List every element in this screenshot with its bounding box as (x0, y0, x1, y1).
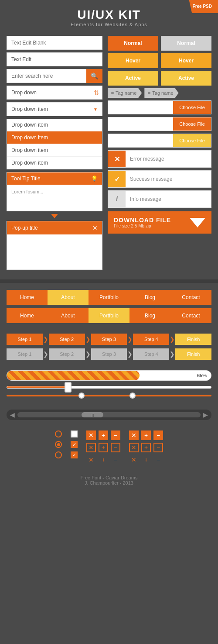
list-item[interactable]: Drop down item (7, 119, 102, 131)
progress-bar: 65% (7, 370, 211, 381)
icon-plus-plain-1[interactable]: + (99, 455, 108, 465)
step2-3-box[interactable]: Step 3 (91, 348, 127, 360)
popup-close-button[interactable]: ✕ (92, 224, 98, 231)
search-button[interactable]: 🔍 (86, 69, 102, 83)
radio-item-3[interactable] (55, 451, 62, 458)
icon-x-fill-1[interactable]: ✕ (86, 430, 96, 440)
radio-circle-2[interactable] (55, 441, 62, 448)
list-item[interactable]: Drop down item (7, 157, 102, 169)
choose-file-button-2[interactable]: Choose File (173, 117, 211, 131)
button-row-normal: Normal Normal (108, 36, 211, 51)
radio-group (55, 430, 62, 458)
file-input-2: Choose File (108, 117, 211, 131)
nav-item-contact-1[interactable]: Contact (170, 290, 211, 305)
file-area-2 (108, 117, 173, 131)
list-item[interactable]: Drop down item (7, 131, 102, 144)
icon-x-border-2[interactable]: ✕ (129, 443, 139, 452)
checkbox-box-3[interactable] (71, 451, 78, 458)
info-icon: i (108, 191, 126, 207)
scroll-handle-lines: ||| (90, 413, 94, 417)
scroll-right-arrow-icon[interactable]: ▶ (203, 411, 208, 418)
icon-plus-border-2[interactable]: + (141, 443, 151, 452)
error-message-text: Error message (126, 156, 169, 162)
step2-2-box[interactable]: Step 2 (49, 348, 85, 360)
download-info: DOWNLOAD FILE File size 2.5 Mb.zip (114, 217, 171, 228)
nav-item-blog-1[interactable]: Blog (129, 290, 170, 305)
step2-4-box[interactable]: Step 4 (133, 348, 169, 360)
active-button-2[interactable]: Active (161, 71, 211, 86)
choose-file-button-1[interactable]: Choose File (173, 101, 211, 114)
icon-plus-plain-2[interactable]: + (141, 455, 151, 465)
scroll-handle[interactable]: ||| (82, 412, 103, 417)
step-finish-box[interactable]: Finish (175, 334, 211, 345)
radio-item-1[interactable] (55, 430, 62, 437)
checkbox-item-3[interactable] (71, 451, 78, 458)
radio-circle-1[interactable] (55, 430, 62, 437)
nav-item-portfolio-2[interactable]: Portfolio (89, 308, 129, 323)
nav-item-about-2[interactable]: About (48, 308, 89, 323)
nav-item-contact-2[interactable]: Contact (170, 308, 211, 323)
list-item[interactable]: Drop down item (7, 144, 102, 157)
nav-item-about-1[interactable]: About (48, 290, 89, 305)
download-box[interactable]: DOWNLOAD FILE File size 2.5 Mb.zip (108, 211, 211, 234)
icon-minus-border-1[interactable]: − (111, 443, 120, 452)
radio-item-2[interactable] (55, 441, 62, 448)
nav-item-blog-2[interactable]: Blog (129, 308, 170, 323)
radio-circle-3[interactable] (55, 451, 62, 458)
download-arrow-icon (190, 218, 205, 227)
icon-plus-border-1[interactable]: + (99, 443, 108, 452)
free-psd-badge: Free PSD (189, 0, 218, 13)
icon-x-fill-2[interactable]: ✕ (129, 430, 139, 440)
dropdown-arrow-icon: ▼ (93, 107, 98, 112)
popup-title-text: Pop-up title (11, 225, 38, 231)
page-title: UI/UX KIT (0, 8, 218, 22)
checkbox-item-1[interactable] (71, 430, 78, 437)
active-button-1[interactable]: Active (108, 71, 158, 86)
step-4-box[interactable]: Step 4 (133, 334, 169, 345)
step-1-box[interactable]: Step 1 (7, 334, 43, 345)
slider-thumb-1[interactable] (65, 382, 72, 393)
button-row-hover: Hover Hover (108, 53, 211, 68)
step2-1-box[interactable]: Step 1 (7, 348, 43, 360)
icon-minus-fill-1[interactable]: − (111, 430, 120, 440)
nav-item-home-2[interactable]: Home (7, 308, 48, 323)
icon-minus-plain-2[interactable]: − (153, 455, 163, 465)
scroll-left-arrow-icon[interactable]: ◀ (10, 411, 15, 418)
search-input[interactable] (7, 69, 86, 83)
icon-plus-fill-2[interactable]: + (141, 430, 151, 440)
nav-item-portfolio-1[interactable]: Portfolio (89, 290, 129, 305)
normal-button-1[interactable]: Normal (108, 36, 158, 51)
hover-button-2[interactable]: Hover (161, 53, 211, 68)
icon-minus-border-2[interactable]: − (153, 443, 163, 452)
icon-x-plain-2[interactable]: ✕ (129, 455, 139, 465)
left-column: 🔍 Drop down ⇅ Drop down item ▼ Drop down… (7, 36, 102, 272)
tag-label: Tag name (116, 90, 136, 96)
text-edit-input[interactable] (7, 52, 102, 66)
text-edit-blank-input[interactable] (7, 36, 102, 50)
success-message-box: ✓ Success message (108, 170, 211, 188)
tag-dot-icon (148, 92, 150, 94)
step-3-box[interactable]: Step 3 (91, 334, 127, 345)
navigation-section: Home About Portfolio Blog Contact Home A… (0, 286, 218, 331)
checkbox-box-1[interactable] (71, 430, 78, 437)
range-thumb-right[interactable] (129, 393, 136, 399)
nav-item-home-1[interactable]: Home (7, 290, 48, 305)
icon-minus-fill-2[interactable]: − (153, 430, 163, 440)
icon-plus-fill-1[interactable]: + (99, 430, 108, 440)
icon-x-border-1[interactable]: ✕ (86, 443, 96, 452)
checkbox-item-2[interactable] (71, 441, 78, 448)
icon-minus-plain-1[interactable]: − (111, 455, 120, 465)
icon-x-plain-1[interactable]: ✕ (86, 455, 96, 465)
choose-file-button-3[interactable]: Choose File (173, 134, 211, 147)
hover-button-1[interactable]: Hover (108, 53, 158, 68)
normal-button-2[interactable]: Normal (161, 36, 211, 51)
range-thumb-left[interactable] (78, 393, 85, 399)
info-message-text: Info message (126, 196, 166, 202)
checkbox-box-2[interactable] (71, 441, 78, 448)
step2-finish-box[interactable]: Finish (175, 348, 211, 360)
popup-title-bar: Pop-up title ✕ (7, 221, 102, 234)
dropdown-trigger[interactable]: Drop down item ▼ (7, 102, 102, 116)
slider-1[interactable] (7, 386, 211, 389)
step-2-box[interactable]: Step 2 (49, 334, 85, 345)
dropdown-select[interactable]: Drop down (7, 86, 102, 100)
